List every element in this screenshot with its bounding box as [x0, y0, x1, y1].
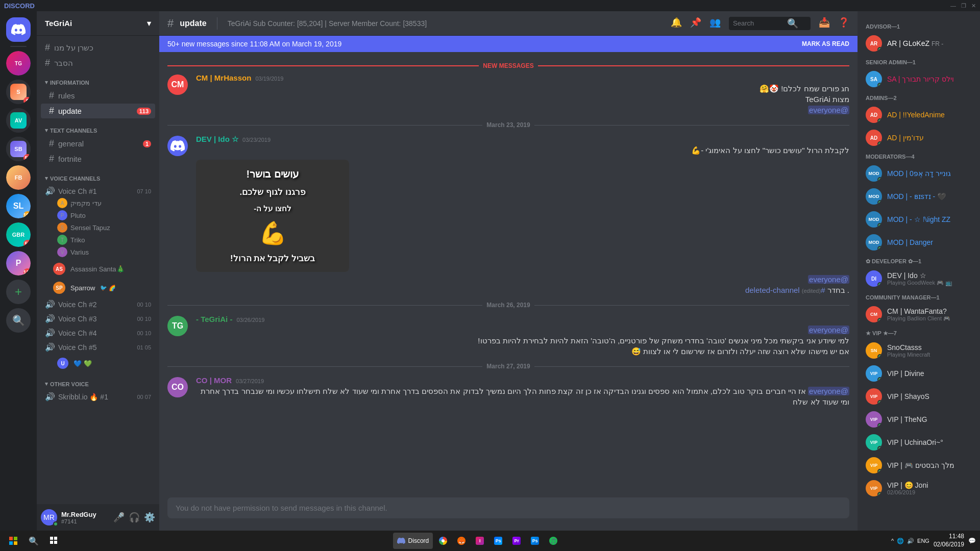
member-mod-2[interactable]: MOD MOD | - ʙɪsᴛɪ - 🖤 — [862, 185, 976, 208]
taskbar-app-idea[interactable]: I — [472, 533, 488, 549]
voice-channel-skribbl[interactable]: 🔊 Skribbl.io 🔥 #1 00 07 — [41, 390, 155, 404]
members-icon[interactable]: 👥 — [709, 17, 721, 30]
message-1-header: CM | MrHasson 03/19/2019 — [196, 73, 849, 82]
channel-item-fortnite[interactable]: # fortnite — [41, 152, 155, 166]
voice-channel-2[interactable]: 🔊 Voice Ch #2 00 10 — [41, 297, 155, 311]
member-status-dot — [877, 354, 882, 359]
windows-start-button[interactable] — [4, 532, 22, 550]
new-messages-line — [167, 65, 479, 66]
member-vip-theng[interactable]: VIP VIP | TheNG — [862, 408, 976, 431]
tray-sound-icon[interactable]: 🔊 — [907, 538, 914, 544]
voice-channel-4[interactable]: 🔊 Voice Ch #4 00 10 — [41, 326, 155, 340]
channel-item-update[interactable]: # update 113 — [41, 104, 155, 118]
close-button[interactable]: ✕ — [971, 3, 976, 9]
maximize-button[interactable]: ❐ — [961, 3, 966, 9]
server-icon-5[interactable]: FB — [6, 165, 31, 190]
task-view-button[interactable] — [45, 532, 63, 550]
member-vip-uchina-info: VIP | UchinaOri~° — [887, 438, 972, 446]
member-ad-yeled[interactable]: AD AD | !!YeledAnime — [862, 104, 976, 126]
category-collapse-icon: ▾ — [45, 175, 48, 182]
discord-logo: DISCORD — [4, 2, 35, 10]
minimize-button[interactable]: — — [950, 3, 956, 9]
inbox-icon[interactable]: 📥 — [819, 17, 830, 30]
app: TG S 9 AV SB 59 FB SL — [0, 11, 980, 531]
member-vip-divine[interactable]: VIP VIP | Divine — [862, 362, 976, 385]
taskbar-app-spotify[interactable]: 🎵 — [545, 533, 561, 549]
member-vip-snoctasss[interactable]: SN SnoCtasss Playing Minecraft — [862, 339, 976, 362]
help-icon[interactable]: ❓ — [838, 17, 849, 30]
member-vip-uchina[interactable]: VIP VIP | UchinaOri~° — [862, 431, 976, 454]
voice-user-assassin-santa[interactable]: AS Assassin Santa🎄 — [41, 260, 159, 278]
voice-channel-5[interactable]: 🔊 Voice Ch #5 01 05 — [41, 340, 155, 354]
taskbar-clock[interactable]: 11:48 02/06/2019 — [934, 533, 964, 548]
member-mod-1-info: MOD | גוּנייר דָה אֶפּ0 — [887, 169, 972, 178]
notification-bell-icon[interactable]: 🔔 — [671, 17, 682, 30]
server-icon-8[interactable]: P 117 — [6, 251, 31, 276]
add-server-button[interactable]: + — [6, 280, 31, 304]
tray-icon-up[interactable]: ^ — [891, 538, 894, 544]
server-icon-3[interactable]: AV — [6, 108, 31, 133]
taskbar-app-chrome[interactable] — [435, 533, 451, 549]
server-icon-1[interactable]: TG — [6, 51, 31, 76]
voice-user-item: P Pluto — [57, 209, 151, 221]
member-ad-edom[interactable]: AD AD | עדו'מין — [862, 127, 976, 149]
search-taskbar-button[interactable]: 🔍 — [24, 532, 43, 550]
voice-channel-3[interactable]: 🔊 Voice Ch #3 00 10 — [41, 312, 155, 325]
voice-user-sparrow[interactable]: SP Sparrow 🐦 🌈 — [41, 279, 159, 297]
channel-header-divider — [217, 17, 217, 30]
mark-as-read-button[interactable]: MARK AS READ — [802, 40, 849, 47]
server-icon-2[interactable]: S 9 — [6, 80, 31, 104]
notification-center-button[interactable]: 💬 — [968, 537, 976, 544]
taskbar-app-taskbar2[interactable]: 🦊 — [453, 533, 470, 549]
voice-user-in-5[interactable]: U 💙 💚 — [41, 355, 159, 372]
taskbar-app-ps2[interactable]: Ps — [527, 533, 543, 549]
taskbar-app-ps1[interactable]: Ps — [490, 533, 506, 549]
message-4-content: CO | MOR 03/27/2019 @everyone אז היי חבר… — [196, 376, 849, 407]
category-information[interactable]: ▾ INFORMATION — [37, 71, 159, 88]
message-4-header: CO | MOR 03/27/2019 — [196, 376, 849, 385]
server-icon-6[interactable]: SL 188 — [6, 194, 31, 218]
tray-network-icon[interactable]: 🌐 — [897, 538, 904, 544]
server-name: TeGriAi — [45, 19, 72, 28]
taskbar-app-discord[interactable]: Discord — [393, 533, 433, 549]
category-text-channels[interactable]: ▾ TEXT CHANNELS — [37, 119, 159, 136]
settings-button[interactable]: ⚙️ — [144, 512, 155, 523]
new-messages-banner[interactable]: 50+ new messages since 11:08 AM on March… — [159, 36, 857, 52]
member-cm-wanta[interactable]: CM CM | WantaFanta? Playing Badlion Clie… — [862, 303, 976, 325]
member-vip-shayos[interactable]: VIP VIP | ShayoS — [862, 385, 976, 408]
channel-item-general[interactable]: # general 1 — [41, 136, 155, 151]
search-box[interactable]: 🔍 — [729, 17, 811, 30]
search-input[interactable] — [733, 19, 784, 27]
voice-count: 07 10 — [137, 188, 151, 194]
taskbar-app-premiere[interactable]: Pr — [508, 533, 525, 549]
message-input-placeholder: You do not have permission to send messa… — [176, 504, 387, 512]
category-other-voice[interactable]: ▾ OTHER VOICE — [37, 372, 159, 389]
channel-item-rules[interactable]: # rules — [41, 88, 155, 103]
messages-area[interactable]: NEW MESSAGES CM CM | MrHasson 03/19/2019… — [159, 52, 857, 497]
member-sa[interactable]: SA SA | וילס קריור תבורך — [862, 68, 976, 90]
server-header[interactable]: TeGriAi ▾ — [37, 11, 159, 36]
channel-item-hasbara[interactable]: # הסבר — [41, 56, 155, 70]
main-content: # update TeGriAi Sub Counter: [85,204] |… — [159, 11, 857, 531]
category-voice-channels[interactable]: ▾ VOICE CHANNELS — [37, 167, 159, 184]
voice-channel-1[interactable]: 🔊 Voice Ch #1 07 10 A עדי מקמיק P Pluto … — [41, 184, 155, 259]
member-status-dot — [877, 469, 882, 473]
pin-icon[interactable]: 📌 — [690, 17, 701, 30]
member-mod-4[interactable]: MOD MOD | Danger — [862, 231, 976, 254]
mute-button[interactable]: 🎤 — [113, 512, 125, 523]
server-icon-4[interactable]: SB 59 — [6, 137, 31, 161]
member-mod-1[interactable]: MOD MOD | גוּנייר דָה אֶפּ0 — [862, 162, 976, 185]
member-dev-ido-activity: Playing GoodWeek 🎮 📺 — [887, 280, 972, 286]
server-icon-discord[interactable] — [6, 17, 31, 42]
channel-item-kashrut[interactable]: # כשרן על מנו — [41, 40, 155, 55]
server-icon-7[interactable]: GBR 54 — [6, 222, 31, 247]
titlebar-controls[interactable]: — ❐ ✕ — [950, 3, 976, 9]
member-ar-gloKez[interactable]: AR AR | GLoKeZ FR - — [862, 32, 976, 55]
member-dev-ido[interactable]: DI DEV | Ido ☆ Playing GoodWeek 🎮 📺 — [862, 267, 976, 290]
member-mod-3[interactable]: MOD MOD | - ☆ ℕight ZZ — [862, 208, 976, 231]
deafen-button[interactable]: 🎧 — [129, 512, 140, 523]
member-vip-snoctasss-name: SnoCtasss — [887, 343, 972, 352]
discover-servers-button[interactable]: 🔍 — [6, 308, 31, 333]
member-vip-melech[interactable]: VIP VIP | 🎮 מלך הבסטים — [862, 454, 976, 477]
member-vip-joni[interactable]: VIP VIP | 😊 Joni 02/06/2019 — [862, 477, 976, 499]
